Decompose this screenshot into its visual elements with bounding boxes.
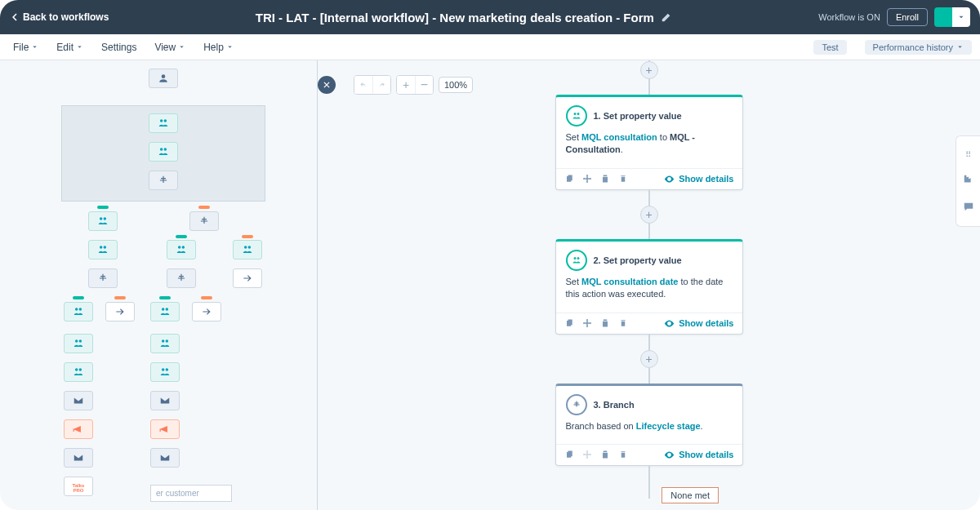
redo-button	[372, 76, 390, 94]
minimap-node	[64, 362, 93, 382]
clone-icon[interactable]	[564, 174, 574, 184]
move-icon[interactable]	[582, 318, 592, 328]
workflow-status: Workflow is ON	[818, 12, 880, 22]
add-action-button[interactable]: +	[640, 350, 658, 368]
menu-settings[interactable]: Settings	[101, 42, 136, 53]
action-card[interactable]: 3. Branch Branch based on Lifecycle stag…	[555, 384, 743, 466]
move-icon	[582, 450, 592, 459]
branch-label-none-met[interactable]: None met	[662, 487, 719, 503]
zoom-level[interactable]: 100%	[439, 77, 473, 93]
property-link[interactable]: Lifecycle stage	[636, 421, 701, 431]
minimap-node	[150, 334, 180, 353]
minimap[interactable]: TalksPRO er customer	[0, 60, 318, 510]
minimap-node	[233, 268, 262, 288]
minimap-node	[189, 211, 219, 231]
show-details-button[interactable]: Show details	[664, 450, 733, 460]
clone-icon[interactable]	[564, 450, 574, 459]
card-body: Branch based on Lifecycle stage.	[556, 420, 742, 444]
test-button[interactable]: Test	[813, 40, 846, 55]
minimap-node	[105, 302, 135, 322]
branch-icon	[566, 394, 587, 415]
menu-file[interactable]: File	[13, 42, 38, 53]
minimap-toggle-icon[interactable]: ⠿	[965, 150, 972, 159]
minimap-node	[150, 362, 180, 382]
property-link[interactable]: MQL consultation date	[581, 277, 678, 286]
menu-edit[interactable]: Edit	[56, 42, 83, 53]
minimap-node	[64, 419, 93, 439]
minimap-node	[64, 334, 93, 353]
minimap-node	[64, 391, 93, 410]
add-action-button[interactable]: +	[640, 206, 658, 224]
show-details-button[interactable]: Show details	[664, 318, 733, 329]
contacts-icon	[566, 105, 587, 126]
comment-icon[interactable]	[963, 201, 974, 212]
minimap-node	[64, 302, 93, 322]
zoom-in-button[interactable]: +	[397, 76, 415, 94]
minimap-node	[233, 240, 262, 259]
minimap-node	[88, 268, 118, 288]
undo-button	[354, 76, 372, 94]
property-link[interactable]: MQL consultation	[581, 132, 657, 142]
menu-help[interactable]: Help	[203, 42, 234, 53]
minimap-node: TalksPRO	[64, 477, 93, 496]
minimap-node	[167, 240, 196, 259]
card-body: Set MQL consultation to MQL - Consultati…	[556, 131, 742, 168]
minimap-node	[149, 171, 178, 190]
minimap-node	[150, 448, 180, 468]
canvas[interactable]: + − 100% + 1. Set property value Set MQL…	[318, 60, 980, 510]
minimap-trigger	[149, 69, 178, 88]
clone-icon[interactable]	[564, 318, 574, 328]
minimap-node	[64, 448, 93, 468]
card-title: 3. Branch	[594, 400, 635, 410]
minimap-node	[149, 142, 178, 162]
edit-title-icon[interactable]	[661, 11, 672, 23]
menu-view[interactable]: View	[154, 42, 185, 53]
copy-icon[interactable]	[600, 318, 610, 328]
copy-icon[interactable]	[600, 174, 610, 184]
minimap-node	[150, 302, 180, 322]
minimap-node	[88, 211, 118, 231]
minimap-node	[167, 268, 196, 288]
move-icon[interactable]	[582, 174, 592, 184]
minimap-node	[88, 240, 118, 259]
page-title: TRI - LAT - [Internal workflow] - New ma…	[256, 11, 654, 24]
zoom-out-button[interactable]: −	[415, 76, 433, 94]
show-details-button[interactable]: Show details	[664, 174, 733, 184]
minimap-node	[150, 391, 180, 410]
enroll-button[interactable]: Enroll	[887, 8, 928, 26]
goal-icon[interactable]	[963, 174, 974, 185]
action-card[interactable]: 1. Set property value Set MQL consultati…	[555, 95, 743, 190]
card-title: 2. Set property value	[594, 255, 682, 265]
workflow-active-dropdown[interactable]	[952, 7, 970, 27]
minimap-node	[149, 113, 178, 133]
back-to-workflows[interactable]: Back to workflows	[10, 11, 109, 23]
copy-icon[interactable]	[600, 450, 610, 459]
workflow-active-button[interactable]	[934, 7, 952, 27]
contacts-icon	[566, 250, 587, 271]
performance-history-button[interactable]: Performance history	[865, 40, 972, 55]
minimap-node	[192, 302, 221, 322]
back-label: Back to workflows	[23, 11, 109, 23]
close-minimap-button[interactable]	[318, 76, 336, 94]
card-body: Set MQL consultation date to the date th…	[556, 276, 742, 313]
add-action-button[interactable]: +	[640, 61, 658, 79]
delete-icon[interactable]	[618, 450, 628, 459]
card-title: 1. Set property value	[594, 111, 682, 121]
delete-icon[interactable]	[618, 174, 628, 184]
minimap-branch-label: er customer	[150, 485, 232, 502]
delete-icon[interactable]	[618, 318, 628, 328]
action-card[interactable]: 2. Set property value Set MQL consultati…	[555, 239, 743, 335]
minimap-node	[150, 419, 180, 439]
